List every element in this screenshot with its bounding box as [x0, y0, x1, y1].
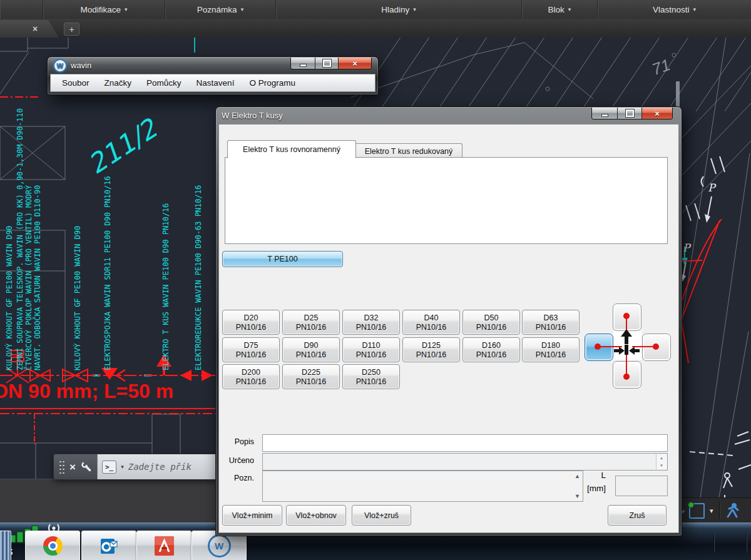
chrome-icon — [43, 536, 63, 556]
size-label: D25 — [304, 313, 319, 323]
size-label: D63 — [544, 313, 558, 323]
popis-input[interactable] — [262, 434, 668, 452]
direction-right-button[interactable] — [642, 333, 671, 361]
minimize-button[interactable] — [592, 108, 618, 119]
size-button-d225[interactable]: D225PN10/16 — [282, 364, 340, 389]
pn-label: PN10/16 — [236, 377, 267, 387]
pn-label: PN10/16 — [356, 323, 387, 332]
taskbar-button-chrome[interactable] — [25, 531, 80, 560]
size-label: D75 — [244, 341, 258, 350]
t-fitting-preview — [613, 331, 641, 360]
maximize-button[interactable] — [315, 58, 339, 69]
show-desktop-divider[interactable] — [746, 534, 747, 552]
ribbon-panel-label: Blok — [548, 5, 565, 14]
direction-up-button[interactable] — [613, 303, 641, 331]
chevron-down-icon: ▾ — [241, 6, 244, 13]
ribbon-panel-poznamka[interactable]: Poznámka ▾ — [165, 0, 276, 19]
pipe-annotation: ELEKTROREDUKCE WAVIN PE100 D90-63 PN10/1… — [194, 185, 203, 370]
size-button-d75[interactable]: D75PN10/16 — [222, 337, 280, 362]
pozn-textarea[interactable]: ▲ ▼ — [262, 471, 583, 502]
length-input[interactable] — [615, 476, 668, 496]
pn-label: PN10/16 — [476, 323, 507, 332]
menu-item-pomucky[interactable]: Pomůcky — [139, 78, 189, 88]
command-input[interactable]: >_ ▾ Zadejte přík — [97, 454, 218, 479]
size-button-d125[interactable]: D125PN10/16 — [402, 337, 460, 362]
ribbon-panel-label: Vlastnosti — [653, 5, 690, 14]
chevron-down-icon[interactable]: ▾ — [121, 464, 124, 470]
size-button-d50[interactable]: D50PN10/16 — [462, 310, 520, 335]
urceno-combo[interactable]: ▲ ▼ — [262, 453, 668, 471]
popis-label: Popis — [222, 437, 254, 446]
menu-item-nastaveni[interactable]: Nastavení — [189, 78, 242, 88]
pn-label: PN10/16 — [296, 377, 327, 387]
new-tab-button[interactable]: + — [64, 23, 79, 36]
spinner-down-icon[interactable]: ▼ — [656, 462, 667, 469]
pn-label: PN10/16 — [536, 350, 566, 360]
autocad-icon — [155, 536, 174, 556]
taskbar-button-outlook[interactable] — [81, 531, 136, 560]
type-button-tpe100[interactable]: T PE100 — [222, 251, 343, 267]
size-button-d250[interactable]: D250PN10/16 — [342, 364, 400, 389]
wrench-icon[interactable] — [81, 461, 92, 472]
selection-cycling-icon[interactable] — [689, 503, 705, 519]
size-label: D32 — [364, 313, 379, 323]
pipe-annotation: KULOVÝ KOHOUT GF PE100 WAVIN D90 — [5, 226, 14, 370]
urceno-spinner[interactable]: ▲ ▼ — [656, 454, 667, 469]
spinner-up-icon[interactable]: ▲ — [656, 454, 667, 462]
chevron-down-icon[interactable]: ▾ — [710, 507, 713, 515]
menu-item-oprogramu[interactable]: O Programu — [242, 78, 303, 88]
direction-left-button[interactable] — [585, 333, 613, 361]
wavin-window: W wavin × Soubor Značky Pomůcky Nastaven… — [47, 56, 379, 95]
close-tab-icon[interactable]: × — [33, 24, 38, 34]
urceno-label: Určeno — [222, 456, 254, 465]
menu-item-znacky[interactable]: Značky — [97, 78, 140, 88]
vloz-minim-button[interactable]: Vlož+minim — [222, 505, 282, 526]
close-button[interactable]: × — [642, 108, 672, 119]
direction-down-button[interactable] — [613, 361, 641, 389]
size-label: D180 — [541, 341, 560, 350]
close-button[interactable]: × — [339, 58, 371, 69]
parking-road-mark: P — [683, 242, 690, 254]
size-button-d40[interactable]: D40PN10/16 — [402, 310, 460, 335]
scroll-down-icon[interactable]: ▼ — [575, 493, 580, 499]
desktop: Modifikace ▾ Poznámka ▾ Hladiny ▾ Blok ▾… — [0, 0, 751, 560]
size-label: D250 — [362, 368, 381, 377]
status-green-dot — [688, 502, 694, 508]
size-button-d32[interactable]: D32PN10/16 — [342, 310, 400, 335]
size-button-d180[interactable]: D180PN10/16 — [522, 337, 580, 362]
size-button-d160[interactable]: D160PN10/16 — [462, 337, 520, 362]
length-label: L — [577, 471, 606, 480]
minimize-button[interactable] — [291, 58, 315, 69]
ribbon-panel-hladiny[interactable]: Hladiny ▾ — [276, 0, 522, 19]
ribbon-panel-vlastnosti[interactable]: Vlastnosti ▾ — [598, 0, 751, 19]
annotation-monitor-icon[interactable] — [723, 502, 741, 519]
taskbar-pinned-partial-icon[interactable] — [0, 531, 11, 560]
ribbon-panel-modifikace[interactable]: Modifikace ▾ — [43, 0, 165, 19]
vloz-obnov-button[interactable]: Vlož+obnov — [286, 505, 346, 526]
pipe-annotation: ZEMNÍ SOUPRAVA TELESKOP. WAVIN (PRO KK) … — [16, 108, 24, 370]
ribbon-bar: Modifikace ▾ Poznámka ▾ Hladiny ▾ Blok ▾… — [0, 0, 751, 19]
taskbar-button-autocad[interactable] — [136, 531, 192, 560]
size-label: D90 — [304, 341, 319, 350]
pn-label: PN10/16 — [356, 377, 387, 387]
statusbar-fragment: ▾ — [676, 497, 751, 522]
close-icon[interactable]: × — [69, 462, 76, 472]
cancel-button[interactable]: Zruš — [608, 505, 667, 526]
maximize-button[interactable] — [618, 108, 642, 119]
size-button-d200[interactable]: D200PN10/16 — [222, 364, 280, 389]
command-line[interactable]: × >_ ▾ Zadejte přík — [53, 454, 218, 480]
drag-handle-icon[interactable] — [59, 460, 64, 474]
tab-redukovany[interactable]: Elektro T kus redukovaný — [355, 143, 462, 158]
size-button-d63[interactable]: D63PN10/16 — [522, 310, 580, 335]
size-button-d90[interactable]: D90PN10/16 — [282, 337, 340, 362]
size-button-d20[interactable]: D20PN10/16 — [222, 310, 280, 335]
tab-rovnoramenny[interactable]: Elektro T kus rovnoramenný — [227, 140, 356, 158]
size-button-d25[interactable]: D25PN10/16 — [282, 310, 340, 335]
drawing-file-tab[interactable]: × — [0, 20, 59, 38]
vloz-zrus-button[interactable]: Vlož+zruš — [352, 505, 411, 526]
menu-item-soubor[interactable]: Soubor — [54, 78, 97, 88]
pn-label: PN10/16 — [416, 323, 447, 332]
ribbon-panel-blok[interactable]: Blok ▾ — [522, 0, 598, 19]
size-button-d110[interactable]: D110PN10/16 — [342, 337, 400, 362]
ribbon-panel-partial — [0, 0, 43, 19]
